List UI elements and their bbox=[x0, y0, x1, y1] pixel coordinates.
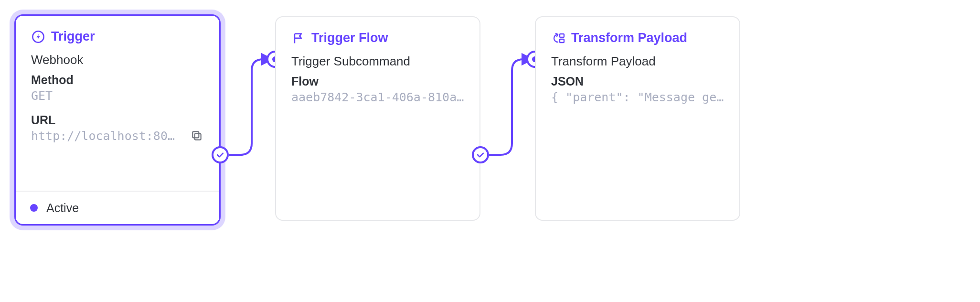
flow-card[interactable]: Trigger Flow Trigger Subcommand Flow aae… bbox=[275, 16, 480, 221]
transform-title: Transform Payload bbox=[571, 31, 687, 45]
bolt-icon bbox=[31, 30, 45, 44]
flow-field-value: aaeb7842-3ca1-406a-810a-ed… bbox=[291, 90, 464, 104]
trigger-card[interactable]: Trigger Webhook Method GET URL http://lo… bbox=[14, 14, 221, 226]
transform-title-row: Transform Payload bbox=[551, 31, 724, 45]
connector-path-2 bbox=[489, 51, 535, 163]
connector-path-1 bbox=[229, 51, 275, 163]
trigger-url-label: URL bbox=[31, 113, 204, 127]
trigger-url-value: http://localhost:8055/f… bbox=[31, 129, 179, 143]
connector-out-success-icon[interactable] bbox=[212, 146, 229, 163]
transform-subtitle: Transform Payload bbox=[551, 54, 724, 69]
trigger-method-label: Method bbox=[31, 73, 204, 87]
flow-title: Trigger Flow bbox=[311, 31, 388, 45]
flag-icon bbox=[291, 31, 306, 45]
transform-icon bbox=[551, 31, 565, 45]
transform-field-label: JSON bbox=[551, 75, 724, 88]
trigger-status-label: Active bbox=[46, 201, 79, 215]
flow-title-row: Trigger Flow bbox=[291, 31, 464, 45]
transform-field-value: { "parent": "Message gener… bbox=[551, 90, 724, 104]
trigger-url-row: http://localhost:8055/f… bbox=[31, 129, 204, 143]
status-dot-icon bbox=[30, 204, 38, 212]
svg-rect-4 bbox=[560, 39, 564, 43]
transform-card[interactable]: Transform Payload Transform Payload JSON… bbox=[535, 16, 740, 221]
copy-icon[interactable] bbox=[191, 129, 204, 143]
svg-rect-1 bbox=[195, 133, 201, 140]
connector-out-success-icon[interactable] bbox=[472, 146, 489, 163]
svg-rect-3 bbox=[560, 34, 564, 37]
trigger-status-footer: Active bbox=[16, 191, 219, 224]
trigger-title-row: Trigger bbox=[31, 29, 204, 44]
trigger-title: Trigger bbox=[51, 29, 95, 44]
trigger-method-value: GET bbox=[31, 89, 204, 103]
flow-subtitle: Trigger Subcommand bbox=[291, 54, 464, 69]
flow-field-label: Flow bbox=[291, 75, 464, 88]
trigger-subtitle: Webhook bbox=[31, 53, 204, 67]
svg-rect-2 bbox=[192, 131, 199, 138]
